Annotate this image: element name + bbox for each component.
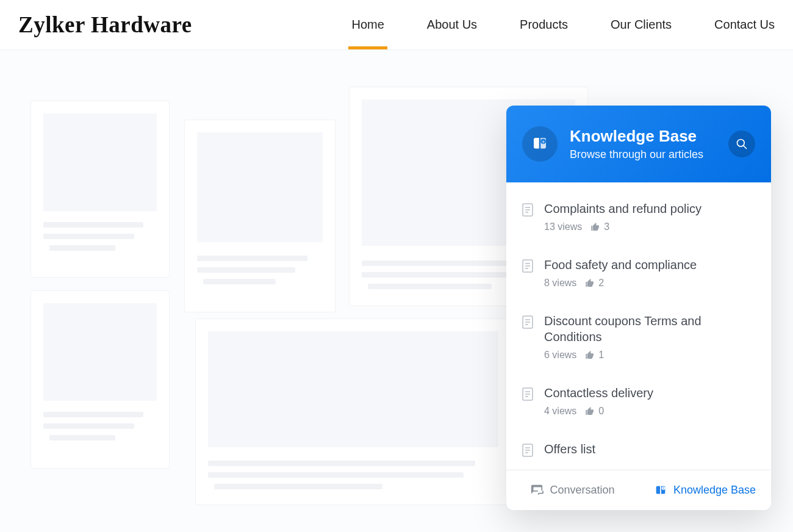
placeholder-line	[203, 279, 276, 284]
site-header: Zylker Hardware Home About Us Products O…	[0, 0, 793, 50]
placeholder-line	[49, 245, 115, 251]
search-icon	[736, 138, 748, 150]
kb-footer-tabs: Conversation ? Knowledge Base	[506, 470, 771, 510]
brand-logo: Zylker Hardware	[18, 12, 192, 38]
svg-line-3	[744, 146, 747, 149]
placeholder-image	[208, 331, 498, 447]
placeholder-line	[43, 222, 143, 228]
placeholder-card	[30, 101, 170, 278]
placeholder-line	[43, 412, 143, 417]
kb-article[interactable]: Offers list	[506, 428, 771, 470]
placeholder-image	[43, 303, 157, 401]
knowledge-base-widget: ? Knowledge Base Browse through our arti…	[506, 106, 771, 510]
kb-article-meta: 8 views 2	[544, 278, 755, 289]
placeholder-line	[197, 256, 307, 261]
placeholder-line	[197, 267, 295, 273]
kb-article-meta: 4 views 0	[544, 406, 755, 417]
document-icon	[522, 203, 533, 232]
kb-title: Knowledge Base	[570, 127, 716, 146]
kb-article-title: Offers list	[544, 441, 755, 457]
kb-article-meta: 13 views 3	[544, 221, 755, 232]
thumbs-up-icon	[585, 406, 595, 416]
nav-our-clients[interactable]: Our Clients	[611, 0, 672, 49]
kb-views: 13 views	[544, 221, 582, 232]
kb-subtitle: Browse through our articles	[570, 148, 716, 161]
placeholder-line	[362, 272, 528, 278]
thumbs-up-icon	[585, 350, 595, 360]
kb-tab-label: Conversation	[550, 484, 614, 497]
svg-text:?: ?	[542, 140, 545, 144]
kb-article-title: Food safety and compliance	[544, 257, 755, 273]
kb-article-title: Contactless delivery	[544, 385, 755, 401]
kb-likes: 3	[604, 221, 609, 232]
nav-home[interactable]: Home	[351, 0, 384, 49]
kb-article[interactable]: Food safety and compliance 8 views 2	[506, 243, 771, 300]
kb-article-meta: 6 views 1	[544, 350, 755, 361]
nav-contact-us[interactable]: Contact Us	[714, 0, 775, 49]
book-icon: ?	[654, 484, 667, 497]
placeholder-line	[368, 284, 492, 289]
kb-header-icon-wrap: ?	[522, 126, 558, 162]
kb-article-title: Complaints and refund policy	[544, 201, 755, 217]
document-icon	[522, 315, 533, 361]
placeholder-line	[214, 484, 382, 489]
kb-views: 4 views	[544, 406, 576, 417]
placeholder-line	[208, 461, 475, 466]
thumbs-up-icon	[585, 278, 595, 288]
kb-tab-knowledge-base[interactable]: ? Knowledge Base	[639, 470, 771, 510]
placeholder-image	[197, 132, 323, 242]
kb-article[interactable]: Discount coupons Terms and Conditions 6 …	[506, 300, 771, 372]
document-icon	[522, 444, 533, 462]
placeholder-card	[184, 120, 336, 312]
kb-likes: 1	[598, 350, 604, 361]
placeholder-line	[208, 472, 464, 478]
thumbs-up-icon	[590, 222, 600, 232]
placeholder-line	[49, 435, 115, 440]
kb-search-button[interactable]	[728, 131, 755, 157]
kb-tab-label: Knowledge Base	[673, 484, 756, 497]
kb-likes: 0	[598, 406, 604, 417]
kb-article[interactable]: Contactless delivery 4 views 0	[506, 372, 771, 428]
placeholder-card	[195, 318, 511, 505]
nav-products[interactable]: Products	[520, 0, 568, 49]
main-nav: Home About Us Products Our Clients Conta…	[351, 0, 775, 49]
kb-tab-conversation[interactable]: Conversation	[506, 470, 639, 510]
kb-article-title: Discount coupons Terms and Conditions	[544, 313, 755, 345]
kb-views: 6 views	[544, 350, 576, 361]
placeholder-line	[43, 234, 134, 239]
kb-article[interactable]: Complaints and refund policy 13 views 3	[506, 187, 771, 243]
kb-header-text: Knowledge Base Browse through our articl…	[570, 127, 716, 161]
nav-about-us[interactable]: About Us	[427, 0, 477, 49]
placeholder-line	[43, 423, 134, 429]
document-icon	[522, 259, 533, 289]
kb-views: 8 views	[544, 278, 576, 289]
kb-header: ? Knowledge Base Browse through our arti…	[506, 106, 771, 182]
chat-icon	[530, 484, 544, 497]
placeholder-image	[43, 113, 157, 211]
kb-likes: 2	[598, 278, 604, 289]
kb-article-list: Complaints and refund policy 13 views 3 …	[506, 182, 771, 470]
document-icon	[522, 387, 533, 417]
placeholder-card	[30, 290, 170, 469]
book-question-icon: ?	[531, 135, 549, 153]
